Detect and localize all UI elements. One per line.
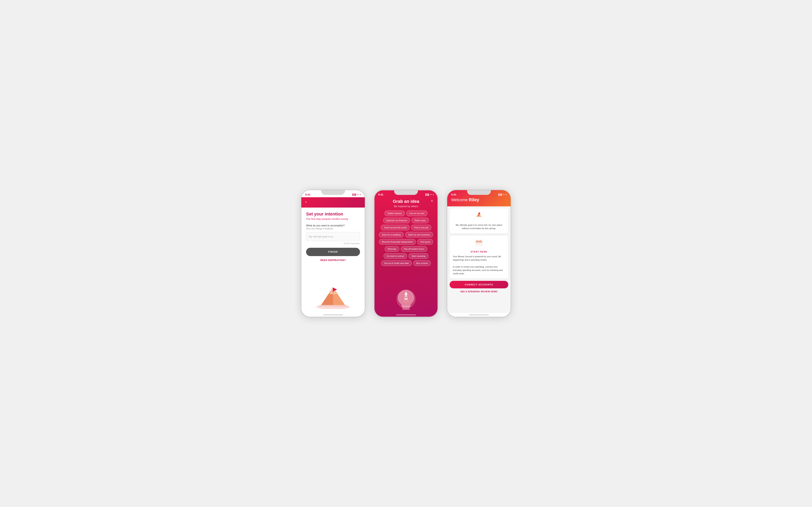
- tag-own-business[interactable]: Start my own business: [405, 232, 433, 237]
- connect-accounts-button[interactable]: CONNECT ACCOUNTS: [450, 281, 508, 288]
- tag-relocate[interactable]: Relocate: [385, 246, 399, 252]
- svg-rect-18: [476, 242, 482, 243]
- goal-card: My ultimate goal is to move into my own …: [450, 208, 508, 233]
- status-icons-3: ▌▌▌ ᯤ ▮: [498, 193, 507, 196]
- tag-buy-home[interactable]: Buy a home: [413, 261, 431, 266]
- char-count: 0/140 characters: [306, 242, 360, 244]
- home-indicator-3: [469, 315, 489, 315]
- tag-find-job[interactable]: Find a new job: [411, 225, 432, 230]
- tag-start-investing[interactable]: Start investing: [409, 253, 428, 259]
- time-2: 9:41: [378, 193, 384, 196]
- tag-back-to-school[interactable]: Go back to school: [384, 253, 407, 259]
- notch-1: [321, 190, 345, 195]
- svg-rect-6: [319, 305, 347, 306]
- journal-icon: [453, 239, 505, 249]
- hint-label: (You can change it anytime): [306, 227, 360, 230]
- notch-3: [467, 190, 491, 195]
- mountain-illustration: [306, 262, 360, 309]
- tag-save-wedding[interactable]: Save for a wedding: [379, 232, 404, 237]
- tag-feel-good[interactable]: Feel good: [417, 239, 433, 244]
- phone1-content: Set your intention The first step toward…: [301, 208, 365, 313]
- tag-retire-early[interactable]: Retire early: [412, 218, 428, 223]
- phone2-content: Grab an idea Be inspired by others Switc…: [374, 197, 438, 313]
- tag-travel-world[interactable]: Travel around the world: [381, 225, 410, 230]
- screen1-subtitle: The first step towards mindful money: [306, 218, 360, 220]
- svg-rect-21: [477, 244, 478, 244]
- tag-financially-independent[interactable]: Become financially independent: [379, 239, 416, 244]
- screen2-title: Grab an idea: [393, 199, 419, 204]
- svg-marker-2: [321, 287, 333, 305]
- welcome-text: Welcome Riley: [451, 197, 507, 203]
- time-1: 9:41: [305, 193, 310, 196]
- bulb-illustration: [392, 266, 420, 313]
- phone-2: 9:41 ▌▌▌ ᯤ ▮ × Grab an idea Be inspired …: [374, 190, 438, 317]
- svg-point-10: [405, 296, 407, 298]
- start-here-label: START HERE: [453, 250, 505, 253]
- card2-body1: Your Money Journal is powered by your mo…: [453, 255, 505, 262]
- intention-input[interactable]: My ultimate goal is to...: [306, 232, 360, 241]
- tag-switch-careers[interactable]: Switch careers: [385, 211, 405, 216]
- question-label: What do you want to accomplish?: [306, 224, 360, 227]
- user-name: Riley: [469, 197, 479, 202]
- home-indicator-1: [323, 315, 343, 315]
- phone1-header: ‹: [301, 197, 365, 208]
- goal-text: My ultimate goal is to move into my own …: [453, 223, 505, 230]
- time-3: 9:41: [451, 193, 456, 196]
- tags-grid: Switch careers Live on my own Optimize m…: [377, 211, 435, 266]
- tag-credit-card-debt[interactable]: Get rid of credit card debt: [381, 261, 412, 266]
- status-icons-1: ▌▌▌ ᯤ ▮: [352, 193, 361, 196]
- phone3-content: My ultimate goal is to move into my own …: [447, 206, 511, 313]
- start-here-card: START HERE Your Money Journal is powered…: [450, 235, 508, 278]
- tag-optimize-finances[interactable]: Optimize my finances: [383, 218, 410, 223]
- svg-rect-22: [479, 244, 480, 244]
- svg-rect-9: [402, 308, 410, 310]
- status-icons-2: ▌▌▌ ᯤ ▮: [425, 193, 434, 196]
- phones-showcase: 9:41 ▌▌▌ ᯤ ▮ ‹ Set your intention The fi…: [301, 190, 511, 317]
- demo-link[interactable]: SEE A SPENDING REVIEW DEMO: [450, 290, 508, 293]
- screen1-title: Set your intention: [306, 212, 360, 217]
- close-button[interactable]: ×: [431, 199, 433, 203]
- svg-marker-12: [477, 212, 479, 216]
- tag-student-loans[interactable]: Pay off student loans: [401, 246, 427, 252]
- tag-live-on-own[interactable]: Live on my own: [406, 211, 427, 216]
- phone-1: 9:41 ▌▌▌ ᯤ ▮ ‹ Set your intention The fi…: [301, 190, 365, 317]
- svg-rect-15: [476, 216, 482, 217]
- notch-2: [394, 190, 418, 195]
- welcome-label: Welcome: [451, 198, 469, 202]
- screen2-subtitle: Be inspired by others: [394, 205, 418, 208]
- card2-body2: In order to review your spending, connec…: [453, 265, 505, 275]
- svg-rect-23: [480, 244, 481, 244]
- inspiration-link[interactable]: NEED INSPIRATION?: [306, 259, 360, 262]
- phone-3: 9:41 ▌▌▌ ᯤ ▮ Welcome Riley: [447, 190, 511, 317]
- home-indicator-2: [396, 315, 416, 315]
- finish-button[interactable]: FINISH: [306, 248, 360, 256]
- svg-rect-8: [402, 306, 410, 308]
- back-button[interactable]: ‹: [305, 199, 311, 205]
- flag-icon: [453, 212, 505, 222]
